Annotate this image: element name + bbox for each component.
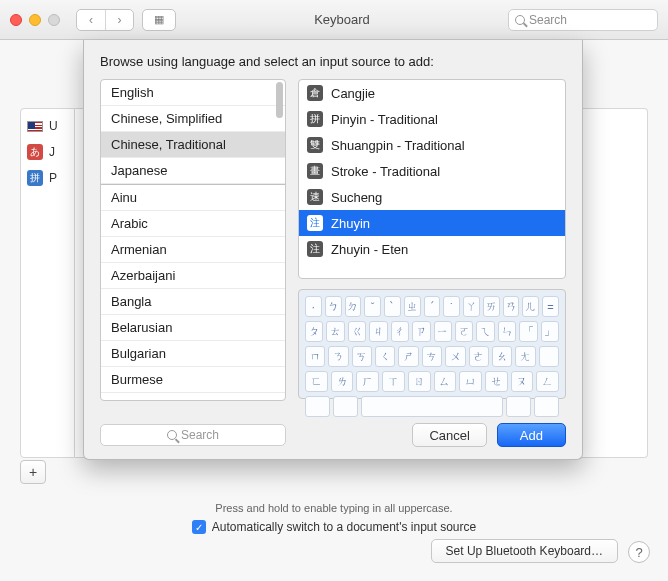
language-item[interactable]: Chinese, Simplified bbox=[101, 106, 285, 132]
key: ㄨ bbox=[445, 346, 465, 367]
key: ㄓ bbox=[404, 296, 421, 317]
language-item[interactable]: Bulgarian bbox=[101, 341, 285, 367]
key: ˋ bbox=[384, 296, 401, 317]
scrollbar[interactable] bbox=[276, 82, 283, 118]
language-item[interactable]: Chinese, Traditional bbox=[101, 132, 285, 158]
key: ㄋ bbox=[328, 346, 348, 367]
close-icon[interactable] bbox=[10, 14, 22, 26]
language-item[interactable]: Central Kurdish bbox=[101, 393, 285, 400]
add-source-button[interactable]: + bbox=[20, 460, 46, 484]
add-button[interactable]: Add bbox=[497, 423, 566, 447]
key bbox=[534, 396, 559, 417]
key: ㄆ bbox=[305, 321, 323, 342]
key: ㄐ bbox=[369, 321, 387, 342]
key: = bbox=[542, 296, 559, 317]
zoom-icon bbox=[48, 14, 60, 26]
window-controls bbox=[10, 14, 60, 26]
language-item[interactable]: Bangla bbox=[101, 289, 285, 315]
key: ㄤ bbox=[515, 346, 535, 367]
search-input[interactable]: Search bbox=[508, 9, 658, 31]
checkbox-checked-icon[interactable]: ✓ bbox=[192, 520, 206, 534]
keyboard-preview: ·ㄅㄉˇˋㄓˊ˙ㄚㄞㄢㄦ=ㄆㄊㄍㄐㄔㄗㄧㄛㄟㄣ「」ㄇㄋㄎㄑㄕㄘㄨㄜㄠㄤㄈㄌㄏㄒㄖ… bbox=[298, 289, 566, 399]
cjk-icon: 倉 bbox=[307, 85, 323, 101]
language-item[interactable]: Armenian bbox=[101, 237, 285, 263]
auto-switch-label: Automatically switch to a document's inp… bbox=[212, 520, 476, 534]
key: ㄅ bbox=[325, 296, 342, 317]
add-input-source-sheet: Browse using language and select an inpu… bbox=[83, 40, 583, 460]
key: ㄛ bbox=[455, 321, 473, 342]
key: · bbox=[305, 296, 322, 317]
key: ㄝ bbox=[485, 371, 508, 392]
input-method-item[interactable]: 倉Cangjie bbox=[299, 80, 565, 106]
key: ㄥ bbox=[536, 371, 559, 392]
minimize-icon[interactable] bbox=[29, 14, 41, 26]
key: ˇ bbox=[364, 296, 381, 317]
key: ㄉ bbox=[345, 296, 362, 317]
key: ㄎ bbox=[352, 346, 372, 367]
auto-switch-row[interactable]: ✓ Automatically switch to a document's i… bbox=[0, 520, 668, 534]
cjk-icon: 雙 bbox=[307, 137, 323, 153]
key: ㄖ bbox=[408, 371, 431, 392]
hint-text: Press and hold to enable typing in all u… bbox=[0, 502, 668, 514]
help-button[interactable]: ? bbox=[628, 541, 650, 563]
key: ㄡ bbox=[511, 371, 534, 392]
key: ㄕ bbox=[398, 346, 418, 367]
key bbox=[305, 396, 330, 417]
key: ㄠ bbox=[492, 346, 512, 367]
nav-back-forward[interactable]: ‹ › bbox=[76, 9, 134, 31]
list-item[interactable]: あJ bbox=[21, 139, 74, 165]
input-method-item[interactable]: 注Zhuyin - Eten bbox=[299, 236, 565, 262]
key: ㄔ bbox=[391, 321, 409, 342]
cjk-icon: 注 bbox=[307, 215, 323, 231]
flag-us-icon bbox=[27, 121, 43, 132]
key: ㄈ bbox=[305, 371, 328, 392]
search-placeholder: Search bbox=[529, 13, 567, 27]
key: ㄚ bbox=[463, 296, 480, 317]
key: ㄏ bbox=[356, 371, 379, 392]
key: ㄊ bbox=[326, 321, 344, 342]
input-method-item[interactable]: 速Sucheng bbox=[299, 184, 565, 210]
key: ㄟ bbox=[476, 321, 494, 342]
key: ˙ bbox=[443, 296, 460, 317]
sheet-prompt: Browse using language and select an inpu… bbox=[84, 40, 582, 79]
input-source-list: U あJ 拼P bbox=[20, 108, 75, 458]
key: ˊ bbox=[424, 296, 441, 317]
forward-button[interactable]: › bbox=[105, 10, 133, 30]
language-item[interactable]: Belarusian bbox=[101, 315, 285, 341]
key: ㄢ bbox=[503, 296, 520, 317]
show-all-button[interactable]: ▦ bbox=[142, 9, 176, 31]
key: ㄑ bbox=[375, 346, 395, 367]
key: ㄞ bbox=[483, 296, 500, 317]
cjk-icon: 拼 bbox=[307, 111, 323, 127]
input-method-label: Zhuyin - Eten bbox=[331, 242, 408, 257]
input-method-label: Zhuyin bbox=[331, 216, 370, 231]
window-title: Keyboard bbox=[184, 12, 500, 27]
key: ㄧ bbox=[434, 321, 452, 342]
input-method-label: Shuangpin - Traditional bbox=[331, 138, 465, 153]
language-item[interactable]: Japanese bbox=[101, 158, 285, 184]
back-button[interactable]: ‹ bbox=[77, 10, 105, 30]
key: ㄙ bbox=[434, 371, 457, 392]
language-item[interactable]: Burmese bbox=[101, 367, 285, 393]
bluetooth-keyboard-button[interactable]: Set Up Bluetooth Keyboard… bbox=[431, 539, 618, 563]
titlebar: ‹ › ▦ Keyboard Search bbox=[0, 0, 668, 40]
input-method-item[interactable]: 注Zhuyin bbox=[299, 210, 565, 236]
input-method-item[interactable]: 拼Pinyin - Traditional bbox=[299, 106, 565, 132]
input-method-item[interactable]: 雙Shuangpin - Traditional bbox=[299, 132, 565, 158]
cancel-button[interactable]: Cancel bbox=[412, 423, 486, 447]
cjk-icon: 速 bbox=[307, 189, 323, 205]
list-item[interactable]: 拼P bbox=[21, 165, 74, 191]
language-list[interactable]: EnglishChinese, SimplifiedChinese, Tradi… bbox=[100, 79, 286, 401]
cjk-icon: 畫 bbox=[307, 163, 323, 179]
language-item[interactable]: Ainu bbox=[101, 185, 285, 211]
key bbox=[333, 396, 358, 417]
input-method-list[interactable]: 倉Cangjie拼Pinyin - Traditional雙Shuangpin … bbox=[298, 79, 566, 279]
list-item[interactable]: U bbox=[21, 113, 74, 139]
language-item[interactable]: Arabic bbox=[101, 211, 285, 237]
language-item[interactable]: Azerbaijani bbox=[101, 263, 285, 289]
input-method-item[interactable]: 畫Stroke - Traditional bbox=[299, 158, 565, 184]
language-item[interactable]: English bbox=[101, 80, 285, 106]
cjk-icon: 注 bbox=[307, 241, 323, 257]
cjk-icon: あ bbox=[27, 144, 43, 160]
language-search-input[interactable]: Search bbox=[100, 424, 286, 446]
